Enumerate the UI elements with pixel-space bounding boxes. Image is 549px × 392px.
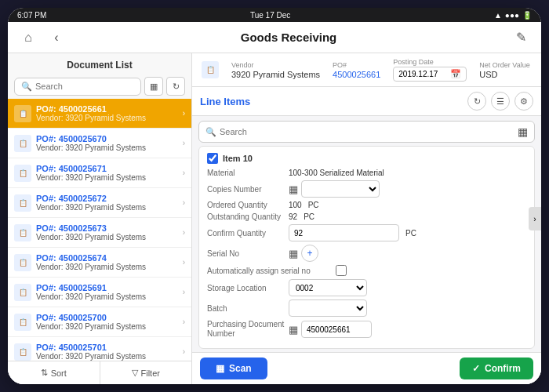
- item-10-batch-select[interactable]: [289, 299, 367, 317]
- doc-vendor: Vendor: 3920 Pyramid Systems: [36, 114, 178, 122]
- left-search-bar: 🔍 ▦ ↻: [14, 77, 185, 96]
- item-10-checkbox[interactable]: [207, 153, 218, 164]
- list-item[interactable]: 📋 PO#: 4500025673 Vendor: 3920 Pyramid S…: [8, 218, 191, 248]
- item-10-copies-row: Copies Number ▦: [207, 180, 526, 198]
- item-10-copies-select[interactable]: [301, 180, 380, 198]
- right-search-bar[interactable]: 🔍 ▦: [198, 121, 535, 143]
- filter-button[interactable]: ▽ Filter: [100, 361, 192, 384]
- filter-label: Filter: [141, 368, 160, 378]
- list-line-icon[interactable]: ☰: [491, 92, 510, 111]
- right-search-input[interactable]: [220, 127, 514, 136]
- vendor-value: 3920 Pyramid Systems: [231, 70, 320, 79]
- doc-info: PO#: 4500025673 Vendor: 3920 Pyramid Sys…: [36, 223, 178, 241]
- settings-line-icon[interactable]: ⚙: [514, 92, 533, 111]
- doc-vendor: Vendor: 3920 Pyramid Systems: [36, 292, 178, 301]
- item-10-copies-label: Copies Number: [207, 185, 285, 194]
- vendor-info: 📋 Vendor 3920 Pyramid Systems PO# 450002…: [192, 53, 541, 87]
- line-items-header: Line Items ↻ ☰ ⚙: [192, 87, 541, 116]
- doc-vendor: Vendor: 3920 Pyramid Systems: [36, 203, 178, 212]
- po-label: PO#: [333, 61, 380, 69]
- item-10-purch-label: Purchasing Document Number: [207, 320, 285, 339]
- posting-date-row: 📅: [393, 67, 467, 82]
- filter-icon: ▽: [132, 368, 138, 378]
- right-expand-button[interactable]: ›: [529, 207, 541, 230]
- list-item[interactable]: 📋 PO#: 4500025670 Vendor: 3920 Pyramid S…: [8, 129, 191, 158]
- refresh-line-icon[interactable]: ↻: [467, 92, 486, 111]
- chevron-right-icon: ›: [183, 318, 185, 326]
- posting-date-field: Posting Date 📅: [393, 58, 467, 82]
- list-item[interactable]: 📋 PO#: 4500025661 Vendor: 3920 Pyramid S…: [8, 99, 191, 129]
- doc-list-title: Document List: [8, 53, 191, 74]
- sort-button[interactable]: ⇅ Sort: [8, 361, 100, 384]
- scan-button[interactable]: ▦ Scan: [200, 358, 267, 379]
- list-item[interactable]: 📋 PO#: 4500025672 Vendor: 3920 Pyramid S…: [8, 188, 191, 218]
- item-10-auto-checkbox[interactable]: [336, 265, 347, 276]
- home-button[interactable]: ⌂: [17, 27, 39, 49]
- refresh-button[interactable]: ↻: [166, 77, 185, 96]
- status-bar: 6:07 PM Tue 17 Dec ▲ ●●● 🔋: [8, 8, 541, 22]
- list-item[interactable]: 📋 PO#: 4500025671 Vendor: 3920 Pyramid S…: [8, 158, 191, 188]
- doc-info: PO#: 4500025674 Vendor: 3920 Pyramid Sys…: [36, 253, 178, 271]
- calendar-icon: 📅: [450, 69, 461, 79]
- doc-list: 📋 PO#: 4500025661 Vendor: 3920 Pyramid S…: [8, 99, 191, 361]
- item-block-10: Item 10 Material 100-300 Serialized Mate…: [198, 146, 535, 349]
- battery-icon: 🔋: [522, 11, 532, 20]
- item-10-material-value: 100-300 Serialized Material: [289, 169, 384, 177]
- refresh-icon: ↻: [173, 82, 180, 92]
- item-10-confirm-input[interactable]: [289, 224, 399, 241]
- doc-vendor: Vendor: 3920 Pyramid Systems: [36, 233, 178, 241]
- doc-po: PO#: 4500025672: [36, 194, 178, 203]
- sort-icon: ⇅: [41, 368, 48, 378]
- serial-add-button[interactable]: +: [301, 245, 318, 262]
- item-10-ordered-label: Ordered Quantity: [207, 201, 285, 209]
- item-10-outstanding-label: Outstanding Quantity: [207, 212, 285, 221]
- item-10-title: Item 10: [223, 154, 253, 163]
- top-bar: ⌂ ‹ Goods Receiving ✎: [8, 22, 541, 53]
- items-scroll: Item 10 Material 100-300 Serialized Mate…: [192, 146, 541, 352]
- barcode-scan-button[interactable]: ▦: [144, 77, 163, 96]
- status-date: Tue 17 Dec: [250, 11, 290, 20]
- purch-barcode-icon: ▦: [289, 324, 298, 336]
- edit-button[interactable]: ✎: [510, 27, 532, 49]
- doc-info: PO#: 4500025672 Vendor: 3920 Pyramid Sys…: [36, 194, 178, 212]
- line-items-title: Line Items: [200, 96, 461, 107]
- barcode-right-icon: ▦: [518, 125, 528, 138]
- list-item[interactable]: 📋 PO#: 4500025691 Vendor: 3920 Pyramid S…: [8, 278, 191, 307]
- doc-po: PO#: 4500025691: [36, 283, 178, 292]
- net-order-value: USD: [479, 70, 529, 79]
- list-item[interactable]: 📋 PO#: 4500025700 Vendor: 3920 Pyramid S…: [8, 307, 191, 337]
- back-button[interactable]: ‹: [45, 27, 67, 49]
- vendor-label: Vendor: [231, 61, 320, 69]
- doc-icon: 📋: [14, 224, 31, 241]
- chevron-right-icon: ›: [183, 258, 185, 267]
- date-input-wrap[interactable]: 📅: [393, 67, 467, 82]
- item-10-storage-select[interactable]: 0002: [289, 279, 367, 296]
- left-panel: Document List 🔍 ▦ ↻ 📋 PO#: 4500025661: [8, 53, 192, 384]
- posting-date-label: Posting Date: [393, 58, 467, 66]
- item-10-serial-label: Serial No: [207, 249, 285, 258]
- list-item[interactable]: 📋 PO#: 4500025701 Vendor: 3920 Pyramid S…: [8, 337, 191, 361]
- item-10-title-row: Item 10: [207, 153, 526, 164]
- left-search-input[interactable]: [35, 82, 134, 91]
- doc-info: PO#: 4500025661 Vendor: 3920 Pyramid Sys…: [36, 104, 178, 122]
- doc-po: PO#: 4500025671: [36, 164, 178, 173]
- bottom-action-bar: ▦ Scan ✓ Confirm: [192, 352, 541, 384]
- doc-info: PO#: 4500025701 Vendor: 3920 Pyramid Sys…: [36, 343, 178, 361]
- doc-icon: 📋: [14, 284, 31, 301]
- confirm-check-icon: ✓: [472, 363, 480, 374]
- confirm-button[interactable]: ✓ Confirm: [460, 358, 533, 379]
- chevron-right-icon: ›: [183, 109, 185, 118]
- date-input[interactable]: [398, 70, 447, 78]
- item-10-serial-row: Serial No ▦ +: [207, 245, 526, 262]
- item-10-purch-input[interactable]: [301, 321, 372, 338]
- list-item[interactable]: 📋 PO#: 4500025674 Vendor: 3920 Pyramid S…: [8, 248, 191, 278]
- item-10-outstanding-unit: PC: [304, 212, 314, 221]
- doc-po: PO#: 4500025674: [36, 253, 178, 263]
- copies-barcode-icon: ▦: [289, 183, 298, 195]
- item-10-ordered-value: 100: [289, 201, 302, 209]
- doc-info: PO#: 4500025671 Vendor: 3920 Pyramid Sys…: [36, 164, 178, 182]
- left-search-wrap[interactable]: 🔍: [14, 78, 141, 96]
- doc-po: PO#: 4500025700: [36, 313, 178, 322]
- chevron-right-icon: ›: [183, 228, 185, 237]
- doc-icon: 📋: [14, 194, 31, 212]
